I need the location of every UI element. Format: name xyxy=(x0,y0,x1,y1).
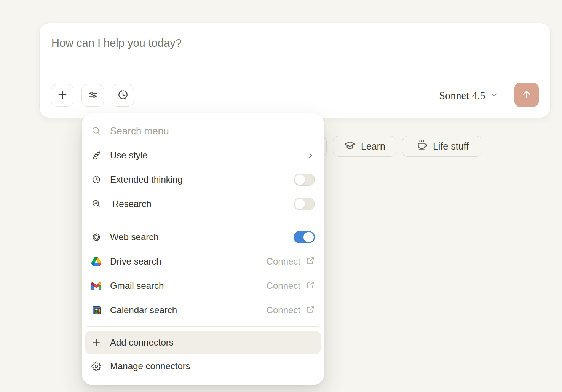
plus-icon xyxy=(91,338,101,347)
drive-connect-action[interactable]: Connect xyxy=(267,256,315,267)
globe-icon xyxy=(91,232,101,242)
chat-composer: Sonnet 4.5 xyxy=(39,23,551,118)
calendar-connect-action[interactable]: Connect xyxy=(267,305,315,316)
toggle-knob xyxy=(303,232,314,242)
menu-item-research[interactable]: Research xyxy=(82,192,324,216)
menu-search xyxy=(82,119,324,143)
menu-item-add-connectors[interactable]: Add connectors xyxy=(85,331,321,354)
menu-item-gmail-search[interactable]: Gmail search Connect xyxy=(82,274,324,298)
menu-item-label: Use style xyxy=(110,150,148,161)
chat-input[interactable] xyxy=(51,37,394,79)
gmail-connect-action[interactable]: Connect xyxy=(267,280,315,291)
menu-item-manage-connectors[interactable]: Manage connectors xyxy=(82,354,324,378)
chevron-right-icon xyxy=(306,151,315,160)
suggestion-chip-learn[interactable]: Learn xyxy=(333,136,396,157)
research-toggle[interactable] xyxy=(294,198,315,210)
toggle-knob xyxy=(295,175,305,185)
menu-item-label: Drive search xyxy=(110,256,161,267)
text-caret xyxy=(110,125,110,137)
menu-item-label: Add connectors xyxy=(110,337,174,348)
menu-search-input[interactable] xyxy=(110,125,315,137)
menu-item-label: Web search xyxy=(110,232,159,242)
tools-button[interactable] xyxy=(81,84,104,107)
gmail-icon xyxy=(91,281,101,291)
google-drive-icon xyxy=(91,257,101,266)
search-icon xyxy=(91,126,101,136)
toggle-knob xyxy=(295,199,305,209)
history-clock-icon xyxy=(117,89,129,102)
sliders-icon xyxy=(87,89,99,102)
google-calendar-icon: 31 xyxy=(91,305,101,315)
send-button[interactable] xyxy=(514,83,539,107)
chip-label: Life stuff xyxy=(433,141,469,152)
menu-item-web-search[interactable]: Web search xyxy=(82,225,324,249)
external-link-icon xyxy=(306,280,315,291)
model-selector-label: Sonnet 4.5 xyxy=(439,89,485,102)
menu-item-extended-thinking[interactable]: Extended thinking xyxy=(82,167,324,192)
menu-item-label: Manage connectors xyxy=(110,361,190,371)
model-selector[interactable]: Sonnet 4.5 xyxy=(439,84,498,107)
menu-item-use-style[interactable]: Use style xyxy=(82,143,324,167)
chip-label: Learn xyxy=(361,141,385,152)
chevron-down-icon xyxy=(490,91,498,100)
menu-divider xyxy=(87,220,319,220)
menu-item-drive-search[interactable]: Drive search Connect xyxy=(82,249,324,274)
app-background: Sonnet 4.5 Learn xyxy=(0,0,562,392)
suggestion-chip-life-stuff[interactable]: Life stuff xyxy=(402,136,482,157)
extended-thinking-toggle[interactable] xyxy=(294,174,315,186)
quill-icon xyxy=(91,150,101,160)
web-search-toggle[interactable] xyxy=(294,231,315,243)
menu-item-calendar-search[interactable]: 31 Calendar search Connect xyxy=(82,298,324,322)
research-magnifier-icon xyxy=(91,199,101,209)
menu-item-label: Calendar search xyxy=(110,305,177,316)
menu-item-label: Gmail search xyxy=(110,280,164,291)
plus-icon xyxy=(57,89,68,102)
svg-text:31: 31 xyxy=(95,309,98,312)
menu-item-label: Extended thinking xyxy=(110,174,183,185)
tools-dropdown-menu: Use style Extended thinking xyxy=(82,113,324,385)
arrow-up-icon xyxy=(521,89,532,101)
external-link-icon xyxy=(306,305,315,316)
menu-item-label: Research xyxy=(112,199,152,209)
external-link-icon xyxy=(306,256,315,267)
timer-icon xyxy=(91,175,101,185)
attach-button[interactable] xyxy=(51,84,73,107)
coffee-cup-icon xyxy=(416,139,428,154)
graduation-cap-icon xyxy=(344,139,356,154)
extended-thinking-button[interactable] xyxy=(112,84,134,107)
gear-icon xyxy=(91,361,101,371)
menu-divider xyxy=(87,326,319,327)
